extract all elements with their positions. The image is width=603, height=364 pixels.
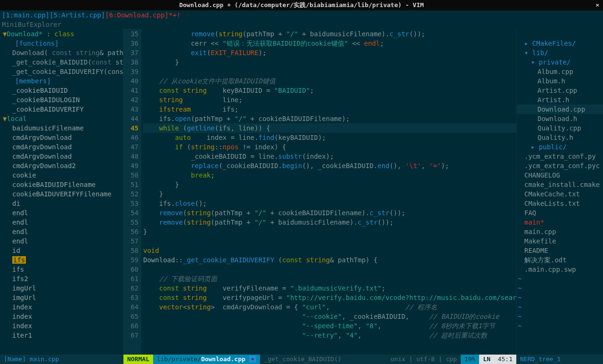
tree-item[interactable]: Makefile	[517, 236, 603, 246]
line-number: 54	[123, 208, 139, 218]
tagbar-local[interactable]: endl	[0, 218, 123, 227]
code-line[interactable]: // 下载验证码页面	[143, 274, 516, 283]
tree-item[interactable]: Quality.cpp	[517, 123, 603, 133]
code-line[interactable]: "--speed-time", "8", // 8秒内未下载1字节	[143, 321, 516, 331]
tagbar-local[interactable]: cookieBAIDUVERIFYFilename	[0, 189, 123, 199]
tagbar-local[interactable]: cmdArgvDownload	[0, 152, 123, 161]
line-number: 56	[123, 227, 139, 236]
close-icon[interactable]: ×	[595, 0, 599, 10]
tree-root[interactable]	[517, 29, 603, 39]
tagbar-local[interactable]: cookie	[0, 170, 123, 180]
code-line[interactable]: "--retry", "4", // 超时后重试次数	[143, 331, 516, 340]
code-line[interactable]: // 从cookie文件中提取BAIDUID键值	[143, 76, 516, 86]
code-line[interactable]: break;	[143, 170, 516, 180]
tree-item[interactable]: CHANGELOG	[517, 170, 603, 180]
code-line[interactable]: const string verifypageUrl = "http://ver…	[143, 293, 516, 302]
nerdtree-pane[interactable]: ▸ CMakeFiles/▾ lib/▾ private/Album.cppAl…	[516, 29, 603, 355]
code-line[interactable]	[143, 265, 516, 274]
tree-item[interactable]: cmake_install.cmake	[517, 180, 603, 189]
tagbar-local[interactable]: cmdArgvDownload	[0, 133, 123, 142]
tagbar-local[interactable]: iter1	[0, 331, 123, 340]
code-line[interactable]: const string verifyFilename = ".baidumus…	[143, 283, 516, 293]
tagbar-local[interactable]: ifs2	[0, 274, 123, 283]
tree-item[interactable]: Download.h	[517, 114, 603, 123]
code-line[interactable]: auto index = line.find(keyBAIDUID);	[143, 133, 516, 142]
code-line[interactable]: }	[143, 57, 516, 67]
tagbar-local[interactable]: imgUrl	[0, 293, 123, 302]
tree-item[interactable]: .ycm_extra_conf.py	[517, 152, 603, 161]
tagbar-local[interactable]: index	[0, 302, 123, 312]
line-number: 39	[123, 67, 139, 76]
tree-item[interactable]: main*	[517, 218, 603, 227]
code-line[interactable]: exit(EXIT_FAILURE);	[143, 48, 516, 57]
code-line[interactable]: replace(_cookieBAIDUID.begin(), _cookieB…	[143, 161, 516, 170]
tagbar-local[interactable]: ifs	[0, 255, 123, 265]
code-line[interactable]: while (getline(ifs, line)) {	[143, 123, 516, 133]
tagbar-local[interactable]: ifs	[0, 265, 123, 274]
code-line[interactable]: _cookieBAIDUID = line.substr(index);	[143, 152, 516, 161]
tree-item[interactable]: Album.h	[517, 76, 603, 86]
tree-item[interactable]: main.cpp	[517, 227, 603, 236]
buffer-tab-5[interactable]: [5:Artist.cpp]	[49, 11, 105, 19]
tree-item[interactable]: README	[517, 246, 603, 255]
code-line[interactable]: ifs.open(pathTmp + "/" + cookieBAIDUIDFi…	[143, 114, 516, 123]
code-line[interactable]: cerr << "错误：无法获取BAIDUID的cookie键值" << end…	[143, 39, 516, 48]
tagbar-local[interactable]: cmdArgvDownload2	[0, 161, 123, 170]
code-line[interactable]: ifstream ifs;	[143, 105, 516, 114]
tagbar-pane[interactable]: ▼Download* : class[functions]Download( c…	[0, 29, 123, 355]
code-line[interactable]: ifs.close();	[143, 199, 516, 208]
code-pane[interactable]: 3536373839404142434445464748495051525354…	[123, 29, 516, 355]
tagbar-local[interactable]: endl	[0, 236, 123, 246]
tree-item[interactable]: ▸ CMakeFiles/	[517, 39, 603, 48]
tagbar-local[interactable]: endl	[0, 208, 123, 218]
tagbar-local[interactable]: index	[0, 321, 123, 331]
buffer-tab-6[interactable]: [6:Download.cpp]*+!	[105, 11, 180, 19]
code-line[interactable]: if (string::npos != index) {	[143, 142, 516, 152]
tagbar-local[interactable]: index	[0, 312, 123, 321]
tree-item[interactable]: ▾ private/	[517, 57, 603, 67]
tagbar-local[interactable]: cmdArgvDownload	[0, 142, 123, 152]
tree-item[interactable]: ▾ lib/	[517, 48, 603, 57]
code-line[interactable]: vector<string> cmdArgvDownload = { "curl…	[143, 302, 516, 312]
tagbar-fn[interactable]: _get_cookie_BAIDUID(const st	[0, 57, 123, 67]
tagbar-member[interactable]: _cookieBAIDUID	[0, 86, 123, 95]
tree-item[interactable]: Download.cpp	[517, 105, 603, 114]
line-number: 60	[123, 265, 139, 274]
source-view[interactable]: remove(string(pathTmp + "/" + baidumusic…	[141, 29, 516, 355]
tree-item[interactable]: Artist.h	[517, 95, 603, 105]
code-line[interactable]: const string keyBAIDUID = "BAIDUID";	[143, 86, 516, 95]
code-line[interactable]: remove(string(pathTmp + "/" + baidumusic…	[143, 29, 516, 39]
code-line[interactable]: }	[143, 227, 516, 236]
tree-item[interactable]: ▸ public/	[517, 142, 603, 152]
tagbar-local[interactable]: imgUrl	[0, 283, 123, 293]
code-line[interactable]: }	[143, 189, 516, 199]
code-line[interactable]	[143, 236, 516, 246]
code-line[interactable]: void	[143, 246, 516, 255]
code-line[interactable]: Download::_get_cookie_BAIDUVERIFY (const…	[143, 255, 516, 265]
code-line[interactable]: remove(string(pathTmp + "/" + cookieBAID…	[143, 208, 516, 218]
code-line[interactable]: "--cookie", _cookieBAIDUID, // BAIDUID的c…	[143, 312, 516, 321]
tree-item[interactable]: Artist.cpp	[517, 86, 603, 95]
tagbar-local[interactable]: di	[0, 199, 123, 208]
tree-item[interactable]: .main.cpp.swp	[517, 265, 603, 274]
buffer-tab-1[interactable]: [1:main.cpp]	[2, 11, 49, 19]
tree-item[interactable]: 解决方案.odt	[517, 255, 603, 265]
code-line[interactable]: }	[143, 180, 516, 189]
tree-item[interactable]: CMakeCache.txt	[517, 189, 603, 199]
code-line[interactable]: string line;	[143, 95, 516, 105]
tree-item[interactable]: Album.cpp	[517, 67, 603, 76]
tagbar-fn[interactable]: Download( const string& path	[0, 48, 123, 57]
tagbar-member[interactable]: _cookieBAIDULOGIN	[0, 95, 123, 105]
tagbar-local[interactable]: id	[0, 246, 123, 255]
tree-item[interactable]: FAQ	[517, 208, 603, 218]
code-line[interactable]: remove(string(pathTmp + "/" + baidumusic…	[143, 218, 516, 227]
tagbar-local[interactable]: cookieBAIDUIDFilename	[0, 180, 123, 189]
tagbar-local[interactable]: baidumusicFilename	[0, 123, 123, 133]
tree-item[interactable]: Quality.h	[517, 133, 603, 142]
tree-item[interactable]: CMakeLists.txt	[517, 199, 603, 208]
tagbar-fn[interactable]: _get_cookie_BAIDUVERIFY(cons	[0, 67, 123, 76]
tagbar-local[interactable]: endl	[0, 227, 123, 236]
code-line[interactable]	[143, 67, 516, 76]
tree-item[interactable]: .ycm_extra_conf.pyc	[517, 161, 603, 170]
tagbar-member[interactable]: _cookieBAIDUVERIFY	[0, 105, 123, 114]
